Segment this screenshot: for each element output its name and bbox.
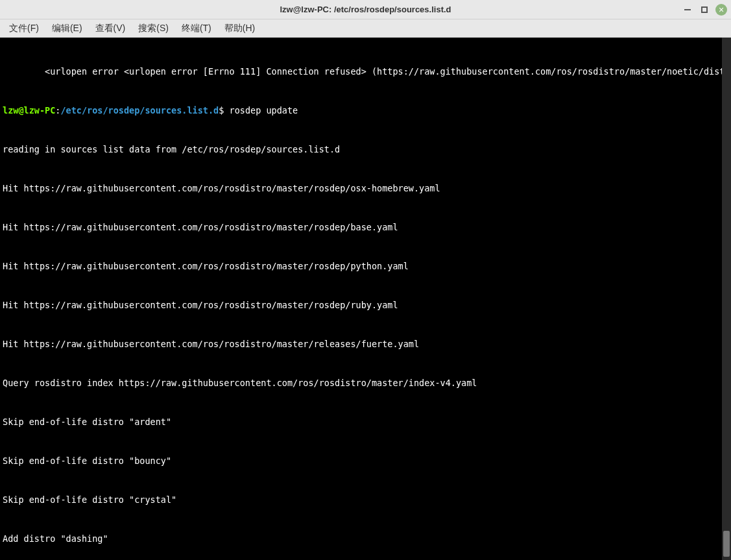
scrollbar-thumb[interactable] [723,531,730,557]
window-maximize-button[interactable] [699,4,710,16]
terminal-output-line: Hit https://raw.githubusercontent.com/ro… [3,260,728,273]
terminal-output-line: Add distro "dashing" [3,532,728,545]
terminal-output-line: Skip end-of-life distro "ardent" [3,415,728,428]
terminal-output-line: Query rosdistro index https://raw.github… [3,376,728,389]
terminal-output-line: <urlopen error <urlopen error [Errno 111… [3,65,728,78]
terminal-output-line: Hit https://raw.githubusercontent.com/ro… [3,221,728,234]
terminal-output-line: Skip end-of-life distro "bouncy" [3,454,728,467]
terminal-output-line: Skip end-of-life distro "crystal" [3,493,728,506]
terminal-prompt-line: lzw@lzw-PC:/etc/ros/rosdep/sources.list.… [3,104,728,117]
prompt-path: /etc/ros/rosdep/sources.list.d [60,105,219,116]
window-minimize-button[interactable] [682,4,693,16]
terminal-output-line: Hit https://raw.githubusercontent.com/ro… [3,182,728,195]
menubar: 文件(F) 编辑(E) 查看(V) 搜索(S) 终端(T) 帮助(H) [0,19,731,38]
window-controls [682,4,727,16]
window-titlebar: lzw@lzw-PC: /etc/ros/rosdep/sources.list… [0,0,731,19]
terminal-scrollbar[interactable] [722,38,731,560]
menu-edit[interactable]: 编辑(E) [47,21,88,36]
prompt-user: lzw@lzw-PC [3,105,55,116]
menu-view[interactable]: 查看(V) [90,21,131,36]
command-text: rosdep update [224,105,298,116]
window-close-button[interactable] [715,4,727,16]
terminal-area[interactable]: <urlopen error <urlopen error [Errno 111… [0,38,731,560]
menu-file[interactable]: 文件(F) [4,21,44,36]
menu-search[interactable]: 搜索(S) [133,21,174,36]
terminal-output-line: Hit https://raw.githubusercontent.com/ro… [3,337,728,350]
menu-terminal[interactable]: 终端(T) [176,21,217,36]
window-title: lzw@lzw-PC: /etc/ros/rosdep/sources.list… [280,5,451,14]
terminal-output-line: Hit https://raw.githubusercontent.com/ro… [3,298,728,311]
menu-help[interactable]: 帮助(H) [219,21,260,36]
terminal-output-line: reading in sources list data from /etc/r… [3,143,728,156]
